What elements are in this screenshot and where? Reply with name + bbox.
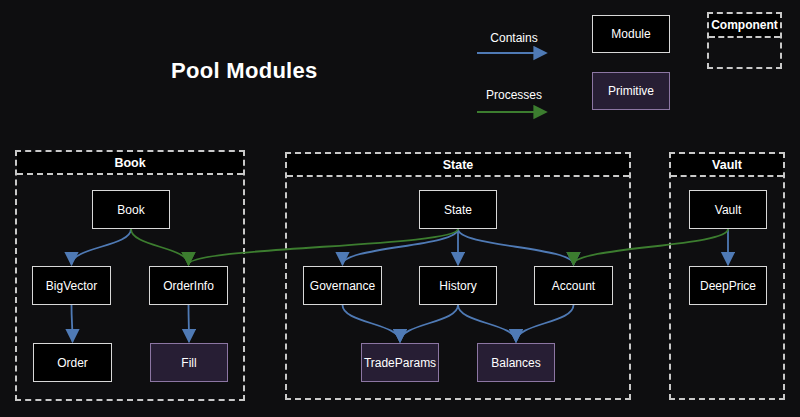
legend-contains-label: Contains <box>476 31 552 45</box>
node-history: History <box>419 266 497 305</box>
node-state: State <box>419 190 497 229</box>
node-tradeparams: TradeParams <box>361 343 439 382</box>
node-orderinfo: OrderInfo <box>149 266 228 305</box>
node-bigvector: BigVector <box>32 266 111 305</box>
legend-component-box: Component <box>707 12 782 69</box>
node-book: Book <box>92 190 170 229</box>
node-vault: Vault <box>689 190 767 229</box>
page-title: Pool Modules <box>171 58 318 84</box>
node-governance-label: Governance <box>310 279 375 293</box>
legend-module-box: Module <box>592 15 670 53</box>
node-state-label: State <box>444 203 472 217</box>
node-order-label: Order <box>57 356 88 370</box>
node-account-label: Account <box>552 279 595 293</box>
legend-primitive-label: Primitive <box>608 84 654 98</box>
node-account: Account <box>534 266 613 305</box>
legend-component-label: Component <box>709 14 780 38</box>
node-fill-label: Fill <box>181 356 196 370</box>
node-deepprice-label: DeepPrice <box>700 279 756 293</box>
node-balances-label: Balances <box>491 356 540 370</box>
legend-module-label: Module <box>611 27 650 41</box>
node-orderinfo-label: OrderInfo <box>163 279 214 293</box>
container-vault-header: Vault <box>671 154 783 177</box>
node-book-label: Book <box>117 203 144 217</box>
node-order: Order <box>33 343 112 382</box>
legend-primitive-box: Primitive <box>592 72 670 110</box>
node-governance: Governance <box>303 266 382 305</box>
container-book-header: Book <box>17 152 243 175</box>
node-bigvector-label: BigVector <box>46 279 97 293</box>
container-state-header: State <box>287 154 629 177</box>
node-balances: Balances <box>477 343 555 382</box>
pool-modules-diagram: Pool Modules Contains Processes Module P… <box>0 0 800 417</box>
node-fill: Fill <box>150 343 228 382</box>
node-deepprice: DeepPrice <box>689 266 767 305</box>
legend-processes-label: Processes <box>476 88 552 102</box>
node-history-label: History <box>439 279 476 293</box>
node-tradeparams-label: TradeParams <box>364 356 436 370</box>
node-vault-label: Vault <box>715 203 741 217</box>
